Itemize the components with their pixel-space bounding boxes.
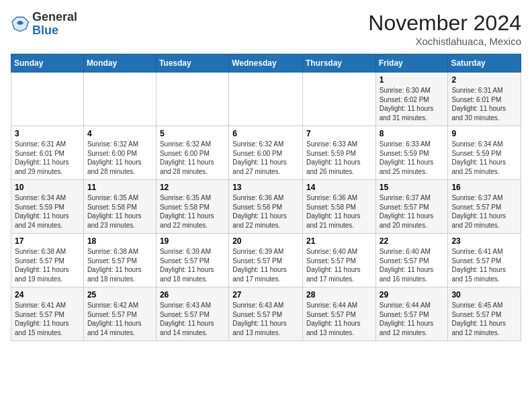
day-number: 17: [15, 236, 80, 246]
day-info: Sunrise: 6:36 AM Sunset: 5:58 PM Dayligh…: [306, 193, 372, 230]
location: Xochistlahuaca, Mexico: [368, 36, 521, 47]
calendar-cell-2-2: 4Sunrise: 6:32 AM Sunset: 6:00 PM Daylig…: [83, 126, 156, 180]
calendar-cell-4-6: 22Sunrise: 6:40 AM Sunset: 5:57 PM Dayli…: [375, 234, 448, 287]
day-number: 28: [306, 290, 372, 300]
calendar-cell-2-3: 5Sunrise: 6:32 AM Sunset: 6:00 PM Daylig…: [156, 126, 228, 180]
calendar-cell-1-4: [229, 73, 303, 126]
day-number: 1: [380, 75, 445, 85]
weekday-header-tuesday: Tuesday: [156, 54, 228, 73]
day-number: 8: [380, 129, 445, 138]
page-header: General Blue November 2024 Xochistlahuac…: [11, 11, 521, 47]
calendar-week-1: 1Sunrise: 6:30 AM Sunset: 6:02 PM Daylig…: [11, 73, 521, 126]
day-number: 11: [87, 183, 152, 192]
day-info: Sunrise: 6:40 AM Sunset: 5:57 PM Dayligh…: [306, 247, 372, 283]
logo-general: General: [32, 10, 77, 24]
day-info: Sunrise: 6:42 AM Sunset: 5:57 PM Dayligh…: [87, 301, 152, 337]
day-number: 30: [451, 290, 517, 300]
day-info: Sunrise: 6:30 AM Sunset: 6:02 PM Dayligh…: [380, 86, 445, 122]
day-number: 24: [15, 290, 80, 300]
logo-blue: Blue: [32, 24, 58, 37]
logo-text: General Blue: [32, 11, 77, 38]
calendar-week-2: 3Sunrise: 6:31 AM Sunset: 6:01 PM Daylig…: [11, 126, 521, 180]
day-info: Sunrise: 6:39 AM Sunset: 5:57 PM Dayligh…: [160, 247, 225, 283]
day-info: Sunrise: 6:38 AM Sunset: 5:57 PM Dayligh…: [87, 247, 152, 283]
weekday-header-friday: Friday: [375, 54, 448, 73]
calendar-cell-4-3: 19Sunrise: 6:39 AM Sunset: 5:57 PM Dayli…: [156, 234, 228, 287]
day-number: 23: [451, 236, 517, 246]
weekday-header-wednesday: Wednesday: [229, 54, 303, 73]
day-number: 5: [160, 129, 225, 138]
calendar-cell-3-6: 15Sunrise: 6:37 AM Sunset: 5:57 PM Dayli…: [375, 180, 448, 234]
calendar-cell-4-1: 17Sunrise: 6:38 AM Sunset: 5:57 PM Dayli…: [11, 234, 84, 287]
calendar-week-3: 10Sunrise: 6:34 AM Sunset: 5:59 PM Dayli…: [11, 180, 521, 234]
calendar-cell-5-3: 26Sunrise: 6:43 AM Sunset: 5:57 PM Dayli…: [156, 287, 228, 341]
calendar-cell-3-7: 16Sunrise: 6:37 AM Sunset: 5:57 PM Dayli…: [448, 180, 521, 234]
calendar-cell-4-5: 21Sunrise: 6:40 AM Sunset: 5:57 PM Dayli…: [302, 234, 375, 287]
calendar-cell-4-2: 18Sunrise: 6:38 AM Sunset: 5:57 PM Dayli…: [83, 234, 156, 287]
calendar-cell-1-1: [11, 73, 84, 126]
day-number: 20: [232, 236, 299, 246]
day-info: Sunrise: 6:34 AM Sunset: 5:59 PM Dayligh…: [451, 140, 517, 176]
calendar-cell-2-4: 6Sunrise: 6:32 AM Sunset: 6:00 PM Daylig…: [229, 126, 303, 180]
weekday-header-thursday: Thursday: [302, 54, 375, 73]
day-info: Sunrise: 6:35 AM Sunset: 5:58 PM Dayligh…: [160, 193, 225, 230]
day-info: Sunrise: 6:31 AM Sunset: 6:01 PM Dayligh…: [15, 140, 80, 176]
day-info: Sunrise: 6:43 AM Sunset: 5:57 PM Dayligh…: [160, 301, 225, 337]
day-info: Sunrise: 6:45 AM Sunset: 5:57 PM Dayligh…: [451, 301, 517, 337]
day-info: Sunrise: 6:43 AM Sunset: 5:57 PM Dayligh…: [232, 301, 299, 337]
calendar-cell-3-4: 13Sunrise: 6:36 AM Sunset: 5:58 PM Dayli…: [229, 180, 303, 234]
day-number: 21: [306, 236, 372, 246]
day-info: Sunrise: 6:32 AM Sunset: 6:00 PM Dayligh…: [232, 140, 299, 176]
day-info: Sunrise: 6:34 AM Sunset: 5:59 PM Dayligh…: [15, 193, 80, 230]
calendar-cell-5-7: 30Sunrise: 6:45 AM Sunset: 5:57 PM Dayli…: [448, 287, 521, 341]
logo: General Blue: [11, 11, 77, 38]
day-number: 18: [87, 236, 152, 246]
day-info: Sunrise: 6:32 AM Sunset: 6:00 PM Dayligh…: [160, 140, 225, 176]
day-number: 9: [451, 129, 517, 138]
calendar-week-5: 24Sunrise: 6:41 AM Sunset: 5:57 PM Dayli…: [11, 287, 521, 341]
day-info: Sunrise: 6:41 AM Sunset: 5:57 PM Dayligh…: [451, 247, 517, 283]
weekday-header-row: SundayMondayTuesdayWednesdayThursdayFrid…: [11, 54, 521, 73]
month-title: November 2024: [368, 11, 521, 36]
day-info: Sunrise: 6:36 AM Sunset: 5:58 PM Dayligh…: [232, 193, 299, 230]
day-info: Sunrise: 6:40 AM Sunset: 5:57 PM Dayligh…: [380, 247, 445, 283]
calendar-cell-1-7: 2Sunrise: 6:31 AM Sunset: 6:01 PM Daylig…: [448, 73, 521, 126]
weekday-header-monday: Monday: [83, 54, 156, 73]
calendar-cell-5-2: 25Sunrise: 6:42 AM Sunset: 5:57 PM Dayli…: [83, 287, 156, 341]
calendar-cell-4-4: 20Sunrise: 6:39 AM Sunset: 5:57 PM Dayli…: [229, 234, 303, 287]
day-info: Sunrise: 6:44 AM Sunset: 5:57 PM Dayligh…: [380, 301, 445, 337]
day-number: 25: [87, 290, 152, 300]
calendar-cell-2-6: 8Sunrise: 6:33 AM Sunset: 5:59 PM Daylig…: [375, 126, 448, 180]
day-info: Sunrise: 6:38 AM Sunset: 5:57 PM Dayligh…: [15, 247, 80, 283]
day-info: Sunrise: 6:33 AM Sunset: 5:59 PM Dayligh…: [380, 140, 445, 176]
calendar-cell-5-1: 24Sunrise: 6:41 AM Sunset: 5:57 PM Dayli…: [11, 287, 84, 341]
day-number: 4: [87, 129, 152, 138]
day-number: 14: [306, 183, 372, 192]
day-info: Sunrise: 6:44 AM Sunset: 5:57 PM Dayligh…: [306, 301, 372, 337]
day-number: 3: [15, 129, 80, 138]
day-number: 12: [160, 183, 225, 192]
calendar-cell-2-7: 9Sunrise: 6:34 AM Sunset: 5:59 PM Daylig…: [448, 126, 521, 180]
calendar-cell-4-7: 23Sunrise: 6:41 AM Sunset: 5:57 PM Dayli…: [448, 234, 521, 287]
day-info: Sunrise: 6:41 AM Sunset: 5:57 PM Dayligh…: [15, 301, 80, 337]
day-number: 26: [160, 290, 225, 300]
calendar-cell-2-5: 7Sunrise: 6:33 AM Sunset: 5:59 PM Daylig…: [302, 126, 375, 180]
calendar-cell-1-3: [156, 73, 228, 126]
day-number: 7: [306, 129, 372, 138]
day-info: Sunrise: 6:35 AM Sunset: 5:58 PM Dayligh…: [87, 193, 152, 230]
calendar-cell-3-1: 10Sunrise: 6:34 AM Sunset: 5:59 PM Dayli…: [11, 180, 84, 234]
logo-icon: [11, 15, 30, 34]
calendar-cell-3-5: 14Sunrise: 6:36 AM Sunset: 5:58 PM Dayli…: [302, 180, 375, 234]
calendar-cell-1-6: 1Sunrise: 6:30 AM Sunset: 6:02 PM Daylig…: [375, 73, 448, 126]
day-number: 29: [380, 290, 445, 300]
day-number: 6: [232, 129, 299, 138]
day-number: 2: [451, 75, 517, 85]
calendar-cell-5-5: 28Sunrise: 6:44 AM Sunset: 5:57 PM Dayli…: [302, 287, 375, 341]
day-number: 10: [15, 183, 80, 192]
day-info: Sunrise: 6:33 AM Sunset: 5:59 PM Dayligh…: [306, 140, 372, 176]
day-number: 16: [451, 183, 517, 192]
title-block: November 2024 Xochistlahuaca, Mexico: [368, 11, 521, 47]
calendar-cell-5-4: 27Sunrise: 6:43 AM Sunset: 5:57 PM Dayli…: [229, 287, 303, 341]
calendar-cell-1-5: [302, 73, 375, 126]
calendar-cell-1-2: [83, 73, 156, 126]
